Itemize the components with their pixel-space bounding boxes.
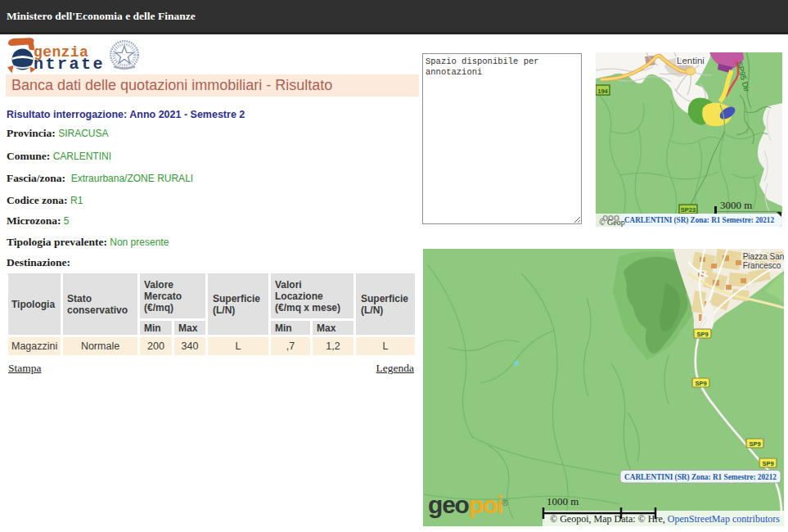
svg-text:© Geopoi, Map Data: © Hre, Ope: © Geopoi, Map Data: © Hre, OpenStreetMap… — [550, 513, 780, 525]
svg-text:Francesco: Francesco — [743, 261, 781, 270]
svg-text:SP23: SP23 — [681, 206, 696, 214]
svg-text:1000 m: 1000 m — [547, 495, 579, 507]
svg-text:CARLENTINI (SR) Zona: R1 Semes: CARLENTINI (SR) Zona: R1 Semestre: 20212 — [624, 215, 774, 225]
svg-text:ntrate: ntrate — [34, 55, 105, 74]
svg-text:3000 m: 3000 m — [720, 199, 752, 211]
svg-text:SP9: SP9 — [695, 380, 706, 387]
svg-text:geopoi: geopoi — [428, 491, 502, 518]
svg-text:© Geop: © Geop — [599, 218, 625, 227]
svg-text:SP9: SP9 — [749, 440, 760, 448]
svg-text:CARLENTINI (SR) Zona: R1 Semes: CARLENTINI (SR) Zona: R1 Semestre: 20212 — [624, 471, 777, 482]
svg-text:Piazza San: Piazza San — [743, 252, 784, 261]
svg-text:Lentini: Lentini — [677, 56, 705, 65]
svg-text:®: ® — [502, 498, 508, 507]
svg-text:SP9: SP9 — [696, 331, 708, 338]
svg-text:194: 194 — [597, 88, 608, 95]
svg-text:SP9: SP9 — [762, 460, 773, 467]
